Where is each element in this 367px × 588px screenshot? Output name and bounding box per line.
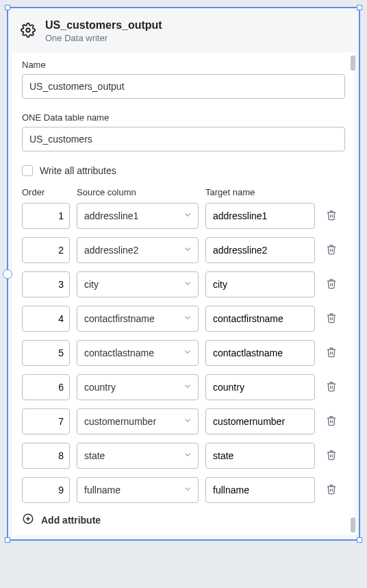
delete-row-button[interactable] xyxy=(322,313,341,326)
source-column-select[interactable]: addressline2 xyxy=(77,237,199,263)
scroll-button-up[interactable] xyxy=(351,56,355,71)
order-input[interactable] xyxy=(22,477,70,503)
resize-handle-tr[interactable] xyxy=(357,5,362,10)
write-all-checkbox-row[interactable]: Write all attributes xyxy=(22,165,345,176)
plus-circle-icon xyxy=(22,513,34,527)
attribute-row: state xyxy=(22,443,345,469)
connector-handle-left[interactable] xyxy=(3,269,12,279)
trash-icon xyxy=(326,244,337,257)
delete-row-button[interactable] xyxy=(322,381,341,394)
source-column-select[interactable]: addressline1 xyxy=(77,203,199,229)
source-column-value: fullname xyxy=(84,485,121,495)
scroll-button-down[interactable] xyxy=(351,517,355,532)
col-order-label: Order xyxy=(22,187,70,197)
table-name-input[interactable] xyxy=(22,127,345,151)
source-column-select[interactable]: customernumber xyxy=(77,408,199,434)
gear-icon xyxy=(21,23,36,40)
trash-icon xyxy=(326,347,337,360)
trash-icon xyxy=(326,484,337,497)
order-input[interactable] xyxy=(22,374,70,400)
attribute-row: addressline1 xyxy=(22,203,345,229)
chevron-down-icon xyxy=(183,313,192,325)
delete-row-button[interactable] xyxy=(322,210,341,223)
attribute-row: fullname xyxy=(22,477,345,503)
target-name-input[interactable] xyxy=(205,340,315,366)
order-input[interactable] xyxy=(22,306,70,332)
order-input[interactable] xyxy=(22,203,70,229)
chevron-down-icon xyxy=(183,279,192,291)
delete-row-button[interactable] xyxy=(322,278,341,291)
scrollbar[interactable] xyxy=(349,53,356,535)
add-attribute-label: Add attribute xyxy=(41,515,101,526)
order-input[interactable] xyxy=(22,408,70,434)
delete-row-button[interactable] xyxy=(322,415,341,428)
panel-body: Name ONE Data table name Write all attri… xyxy=(12,53,355,535)
source-column-value: addressline2 xyxy=(84,245,138,256)
source-column-value: customernumber xyxy=(84,416,156,427)
name-label: Name xyxy=(22,60,345,70)
delete-row-button[interactable] xyxy=(322,347,341,360)
panel-title: US_customers_output xyxy=(45,19,162,32)
target-name-input[interactable] xyxy=(205,374,315,400)
panel-header: US_customers_output One Data writer xyxy=(8,8,359,53)
chevron-down-icon xyxy=(183,450,192,462)
name-input[interactable] xyxy=(22,74,345,99)
trash-icon xyxy=(326,415,337,428)
chevron-down-icon xyxy=(183,210,192,222)
attribute-row: city xyxy=(22,271,345,297)
table-name-label: ONE Data table name xyxy=(22,112,345,123)
write-all-label: Write all attributes xyxy=(40,165,116,176)
chevron-down-icon xyxy=(183,347,192,359)
target-name-input[interactable] xyxy=(205,443,315,469)
attribute-row: addressline2 xyxy=(22,237,345,263)
attribute-row: country xyxy=(22,374,345,400)
source-column-select[interactable]: country xyxy=(77,374,199,400)
delete-row-button[interactable] xyxy=(322,484,341,497)
source-column-value: addressline1 xyxy=(84,210,138,221)
panel-subtitle: One Data writer xyxy=(45,33,162,43)
source-column-select[interactable]: state xyxy=(77,443,199,469)
source-column-select[interactable]: city xyxy=(77,271,199,297)
target-name-input[interactable] xyxy=(205,203,315,229)
col-target-label: Target name xyxy=(205,187,315,197)
attribute-row: contactfirstname xyxy=(22,306,345,332)
source-column-select[interactable]: contactfirstname xyxy=(77,306,199,332)
trash-icon xyxy=(326,210,337,223)
order-input[interactable] xyxy=(22,271,70,297)
chevron-down-icon xyxy=(183,416,192,428)
source-column-value: country xyxy=(84,382,116,393)
resize-handle-bl[interactable] xyxy=(5,537,10,543)
target-name-input[interactable] xyxy=(205,306,315,332)
trash-icon xyxy=(326,278,337,291)
attribute-row: contactlastname xyxy=(22,340,345,366)
order-input[interactable] xyxy=(22,237,70,263)
order-input[interactable] xyxy=(22,443,70,469)
svg-point-0 xyxy=(26,28,30,32)
order-input[interactable] xyxy=(22,340,70,366)
trash-icon xyxy=(326,313,337,326)
delete-row-button[interactable] xyxy=(322,244,341,257)
source-column-select[interactable]: contactlastname xyxy=(77,340,199,366)
chevron-down-icon xyxy=(183,485,192,496)
target-name-input[interactable] xyxy=(205,477,315,503)
chevron-down-icon xyxy=(183,382,192,393)
chevron-down-icon xyxy=(183,245,192,256)
write-all-checkbox[interactable] xyxy=(22,165,33,176)
source-column-value: contactfirstname xyxy=(84,313,155,324)
columns-header: Order Source column Target name xyxy=(22,187,345,197)
target-name-input[interactable] xyxy=(205,237,315,263)
source-column-value: city xyxy=(84,279,99,290)
trash-icon xyxy=(326,450,337,463)
source-column-value: contactlastname xyxy=(84,347,154,358)
delete-row-button[interactable] xyxy=(322,450,341,463)
resize-handle-br[interactable] xyxy=(357,537,362,543)
source-column-select[interactable]: fullname xyxy=(77,477,199,503)
target-name-input[interactable] xyxy=(205,408,315,434)
col-source-label: Source column xyxy=(77,187,199,197)
source-column-value: state xyxy=(84,450,105,461)
config-panel: US_customers_output One Data writer Name… xyxy=(7,7,360,541)
resize-handle-tl[interactable] xyxy=(5,5,10,10)
attribute-row: customernumber xyxy=(22,408,345,434)
target-name-input[interactable] xyxy=(205,271,315,297)
add-attribute-button[interactable]: Add attribute xyxy=(22,513,345,527)
